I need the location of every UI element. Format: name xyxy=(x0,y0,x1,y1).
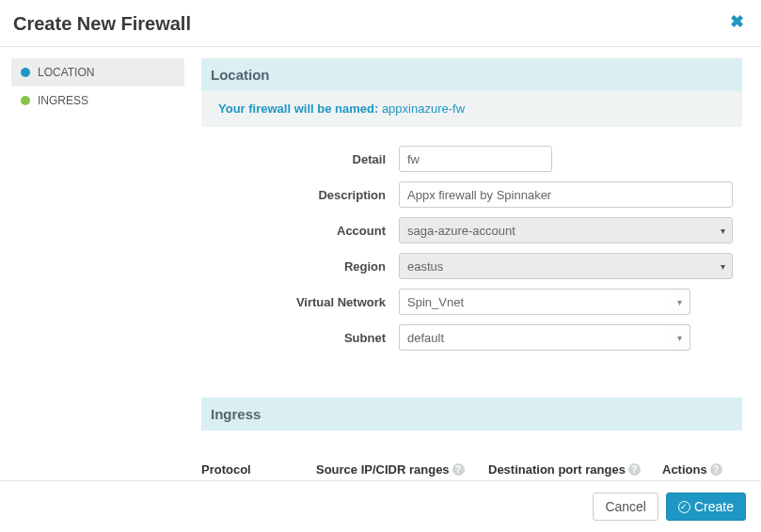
location-form: Detail Description Account Region Virtua… xyxy=(201,127,742,369)
create-firewall-modal: Create New Firewall ✖ LOCATION INGRESS L… xyxy=(0,0,761,532)
modal-header: Create New Firewall ✖ xyxy=(0,0,761,47)
check-circle-icon: ✓ xyxy=(678,501,690,513)
modal-footer: Cancel ✓ Create xyxy=(0,480,761,532)
name-prefix: Your firewall will be named: xyxy=(218,102,378,116)
description-input[interactable] xyxy=(399,181,733,208)
create-button-label: Create xyxy=(694,499,734,514)
status-pip-icon xyxy=(21,96,30,105)
col-actions: Actions xyxy=(662,462,707,477)
label-detail: Detail xyxy=(211,152,399,166)
detail-input[interactable] xyxy=(399,146,552,172)
chevron-down-icon[interactable]: ▾ xyxy=(670,324,690,351)
main-panel: Location Your firewall will be named: ap… xyxy=(184,58,761,480)
modal-body: LOCATION INGRESS Location Your firewall … xyxy=(0,47,761,480)
modal-title: Create New Firewall xyxy=(13,13,191,35)
section-heading-ingress: Ingress xyxy=(201,398,742,430)
create-button[interactable]: ✓ Create xyxy=(666,493,746,521)
subnet-select[interactable] xyxy=(399,324,670,351)
ingress-table: Protocol Source IP/CIDR ranges? Destinat… xyxy=(201,462,742,480)
sidebar-item-location[interactable]: LOCATION xyxy=(11,58,184,86)
region-select[interactable] xyxy=(399,253,733,279)
table-header: Protocol Source IP/CIDR ranges? Destinat… xyxy=(201,462,742,477)
account-select[interactable] xyxy=(399,217,733,243)
firewall-name-value: appxinazure-fw xyxy=(382,102,465,116)
section-heading-location: Location xyxy=(201,58,742,91)
chevron-down-icon[interactable]: ▾ xyxy=(670,289,690,315)
label-region: Region xyxy=(211,259,399,274)
label-description: Description xyxy=(211,188,399,202)
sidebar-item-label: LOCATION xyxy=(38,66,94,79)
help-icon[interactable]: ? xyxy=(452,463,465,476)
cancel-button[interactable]: Cancel xyxy=(593,493,658,521)
help-icon[interactable]: ? xyxy=(628,463,641,476)
vnet-select[interactable] xyxy=(399,289,670,315)
col-dest: Destination port ranges xyxy=(488,462,626,477)
status-pip-icon xyxy=(21,68,30,77)
sidebar-item-label: INGRESS xyxy=(38,94,88,107)
help-icon[interactable]: ? xyxy=(710,463,722,476)
sidebar: LOCATION INGRESS xyxy=(11,58,184,480)
sidebar-item-ingress[interactable]: INGRESS xyxy=(11,86,184,115)
col-source: Source IP/CIDR ranges xyxy=(316,462,450,477)
close-icon[interactable]: ✖ xyxy=(730,13,744,30)
label-vnet: Virtual Network xyxy=(211,295,399,309)
firewall-name-banner: Your firewall will be named: appxinazure… xyxy=(201,91,742,127)
label-subnet: Subnet xyxy=(211,331,399,345)
label-account: Account xyxy=(211,224,399,238)
col-protocol: Protocol xyxy=(201,462,316,477)
